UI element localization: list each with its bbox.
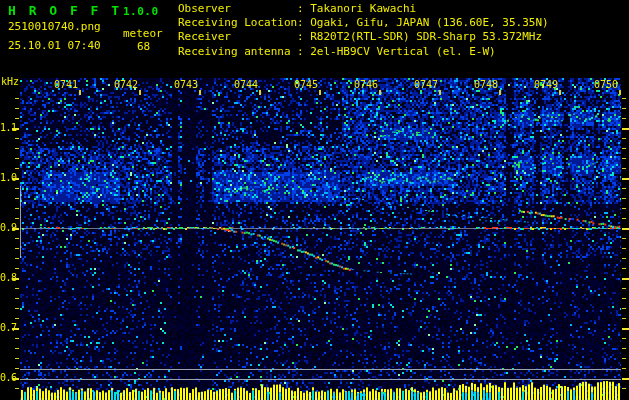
hrofft-window: H R O F F T 1.0.0 2510010740.png meteor … — [0, 0, 629, 400]
app-title: H R O F F T — [8, 3, 122, 18]
freq-axis-label: 0.7 — [0, 322, 13, 333]
meteor-count: 68 — [137, 40, 150, 53]
time-axis-label: 0748 — [473, 79, 498, 90]
station-label: Receiving Location — [178, 16, 297, 30]
station-value: : Ogaki, Gifu, JAPAN (136.60E, 35.35N) — [297, 16, 549, 29]
time-axis-label: 0747 — [413, 79, 438, 90]
station-label: Observer — [178, 2, 297, 16]
app-version: 1.0.0 — [123, 5, 159, 18]
station-row: Receiving antenna: 2el-HB9CV Vertical (e… — [178, 45, 549, 59]
time-axis-label: 0749 — [533, 79, 558, 90]
mode-label: meteor — [123, 27, 163, 40]
station-value: : R820T2(RTL-SDR) SDR-Sharp 53.372MHz — [297, 30, 542, 43]
time-axis-label: 0743 — [173, 79, 198, 90]
freq-axis-label: 0.9 — [0, 222, 13, 233]
file-name: 2510010740.png — [8, 20, 101, 33]
time-axis-label: 0741 — [53, 79, 78, 90]
freq-axis-label: 1.1 — [0, 122, 13, 133]
time-axis-label: 0745 — [293, 79, 318, 90]
freq-axis-label: 0.6 — [0, 372, 13, 383]
spectrogram-canvas — [0, 0, 629, 400]
freq-axis-label: 0.8 — [0, 272, 13, 283]
station-label: Receiver — [178, 30, 297, 44]
station-row: Observer: Takanori Kawachi — [178, 2, 549, 16]
time-axis-label: 0750 — [593, 79, 618, 90]
time-axis-label: 0742 — [113, 79, 138, 90]
timestamp: 25.10.01 07:40 — [8, 39, 101, 52]
station-row: Receiver: R820T2(RTL-SDR) SDR-Sharp 53.3… — [178, 30, 549, 44]
station-value: : 2el-HB9CV Vertical (el. E-W) — [297, 45, 496, 58]
station-info: Observer: Takanori KawachiReceiving Loca… — [178, 2, 549, 59]
station-row: Receiving Location: Ogaki, Gifu, JAPAN (… — [178, 16, 549, 30]
station-value: : Takanori Kawachi — [297, 2, 416, 15]
freq-axis-label: 1.0 — [0, 172, 13, 183]
station-label: Receiving antenna — [178, 45, 297, 59]
freq-unit-label: kHz — [1, 76, 19, 87]
time-axis-label: 0744 — [233, 79, 258, 90]
time-axis-label: 0746 — [353, 79, 378, 90]
